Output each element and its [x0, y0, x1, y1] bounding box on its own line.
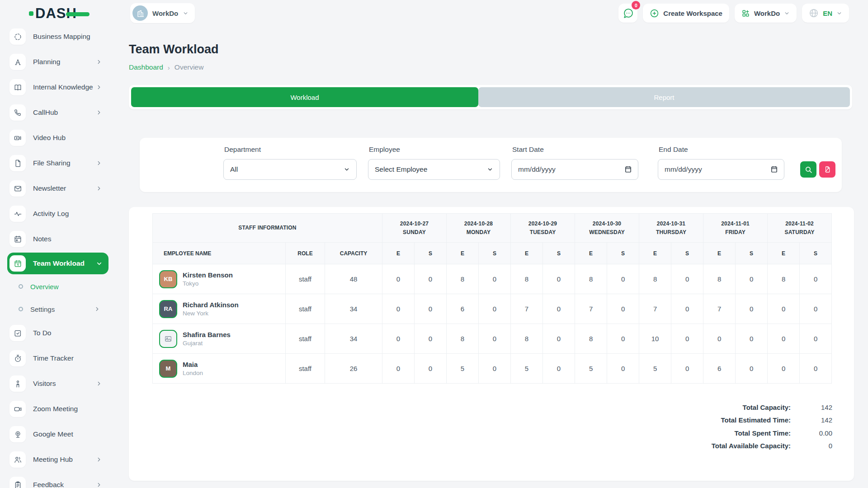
breadcrumb-dashboard-link[interactable]: Dashboard: [129, 63, 163, 71]
app-root: DASH WorkDo 0 Create Workspace WorkDo: [0, 0, 868, 488]
employee-cell: RARichard AtkinsonNew York: [153, 294, 286, 324]
department-select[interactable]: All: [223, 159, 357, 180]
search-button[interactable]: [800, 161, 816, 178]
hours-cell: 0: [479, 354, 511, 384]
sidebar-item-feedback[interactable]: Feedback: [0, 472, 128, 488]
start-date-field: [511, 138, 638, 192]
sidebar-item-label: File Sharing: [33, 159, 71, 167]
hours-cell: 0: [543, 354, 575, 384]
total-label: Total Estimated Time:: [707, 416, 791, 425]
messages-button[interactable]: 0: [618, 4, 637, 23]
sidebar-item-activity-log[interactable]: Activity Log: [0, 201, 128, 226]
sidebar-item-google-meet[interactable]: Google Meet: [0, 422, 128, 447]
tab-report[interactable]: Report: [478, 87, 850, 107]
employee-location: Gujarat: [183, 340, 231, 347]
employee-location: New York: [183, 310, 239, 317]
sidebar-subitem-settings[interactable]: Settings: [0, 298, 128, 320]
table-row: MMaiaLondonstaff2600505050506000: [153, 354, 832, 384]
employee-cell: MMaiaLondon: [153, 354, 286, 384]
hours-cell: 10: [639, 324, 671, 354]
sidebar-item-newsletter[interactable]: Newsletter: [0, 176, 128, 201]
messages-badge: 0: [632, 1, 640, 9]
column-header-employee-name: EMPLOYEE NAME: [153, 243, 286, 264]
plus-circle-icon: [650, 9, 659, 18]
calendar-check-icon: [9, 255, 26, 272]
employee-name: Shafira Barnes: [183, 331, 231, 338]
book-icon: [9, 79, 26, 95]
total-label: Total Available Capacity:: [707, 441, 791, 450]
hours-cell: 0: [543, 294, 575, 324]
end-date-input[interactable]: [658, 159, 784, 180]
sidebar-subitem-overview[interactable]: Overview: [0, 275, 128, 298]
video-plus-icon: [9, 130, 26, 146]
workload-table-card: STAFF INFORMATION 2024-10-27SUNDAY2024-1…: [129, 207, 854, 481]
header-actions: 0 Create Workspace WorkDo EN: [618, 4, 849, 23]
start-date-input[interactable]: [511, 159, 638, 180]
workdo-menu-button[interactable]: WorkDo: [735, 4, 797, 23]
sidebar-item-time-tracker[interactable]: Time Tracker: [0, 346, 128, 371]
chevron-down-icon: [784, 10, 790, 16]
sidebar-item-notes[interactable]: Notes: [0, 226, 128, 252]
hours-cell: 0: [479, 264, 511, 294]
column-header-s: S: [800, 243, 832, 264]
grid-plus-icon: [741, 9, 750, 18]
sidebar-item-zoom-meeting[interactable]: Zoom Meeting: [0, 396, 128, 422]
phone-icon: [9, 104, 26, 121]
sidebar-item-label: CallHub: [33, 108, 58, 117]
globe-icon: [809, 8, 819, 18]
employee-name: Kirsten Benson: [183, 271, 233, 279]
sidebar-item-planning[interactable]: Planning: [0, 49, 128, 75]
logo-dash-icon: [66, 12, 90, 16]
sidebar-item-to-do[interactable]: To Do: [0, 320, 128, 346]
sidebar-item-label: Zoom Meeting: [33, 405, 78, 413]
hours-cell: 0: [479, 294, 511, 324]
reset-filter-button[interactable]: [819, 161, 835, 178]
column-header-e: E: [382, 243, 415, 264]
table-row: Shafira BarnesGujaratstaff34008080801000…: [153, 324, 832, 354]
hours-cell: 0: [382, 294, 415, 324]
sidebar-item-internal-knowledge[interactable]: Internal Knowledge: [0, 75, 128, 100]
sidebar-item-callhub[interactable]: CallHub: [0, 100, 128, 125]
hours-cell: 0: [671, 354, 703, 384]
chevron-right-icon: [96, 59, 102, 65]
column-header-s: S: [543, 243, 575, 264]
total-value: 142: [802, 403, 832, 412]
employee-location: London: [183, 370, 203, 376]
hours-cell: 0: [736, 354, 768, 384]
hours-cell: 0: [671, 324, 703, 354]
sidebar-item-label: To Do: [33, 329, 52, 337]
hours-cell: 0: [768, 354, 800, 384]
hours-cell: 8: [575, 324, 607, 354]
sidebar-item-business-mapping[interactable]: Business Mapping: [0, 26, 128, 49]
sidebar-item-meeting-hub[interactable]: Meeting Hub: [0, 447, 128, 472]
employee-name: Maia: [183, 361, 203, 368]
bullet-circle-icon: [19, 284, 23, 289]
column-header-capacity: CAPACITY: [325, 243, 382, 264]
hours-cell: 0: [382, 264, 415, 294]
table-row: RARichard AtkinsonNew Yorkstaff340060707…: [153, 294, 832, 324]
sidebar-subitem-label: Settings: [30, 305, 55, 313]
clear-filter-icon: [824, 166, 831, 173]
sidebar-item-file-sharing[interactable]: File Sharing: [0, 150, 128, 176]
employee-select[interactable]: Select Employee: [368, 159, 500, 180]
sidebar-item-video-hub[interactable]: Video Hub: [0, 125, 128, 150]
hours-cell: 0: [671, 264, 703, 294]
language-selector[interactable]: EN: [802, 4, 849, 23]
chevron-right-icon: [96, 456, 102, 463]
tab-workload[interactable]: Workload: [131, 87, 478, 107]
avatar: KB: [159, 270, 177, 288]
sidebar-item-label: Business Mapping: [33, 33, 90, 41]
sidebar-item-visitors[interactable]: Visitors: [0, 371, 128, 396]
column-header-e: E: [639, 243, 671, 264]
sidebar-item-label: Google Meet: [33, 430, 73, 438]
employee-cell: Shafira BarnesGujarat: [153, 324, 286, 354]
breadcrumb-current: Overview: [175, 63, 204, 71]
total-value: 0.00: [802, 429, 832, 438]
capacity-cell: 26: [325, 354, 382, 384]
create-workspace-button[interactable]: Create Workspace: [643, 4, 729, 23]
workspace-switcher[interactable]: WorkDo: [130, 3, 195, 23]
sidebar-item-label: Internal Knowledge: [33, 83, 93, 91]
breadcrumb-separator-icon: ›: [168, 64, 170, 71]
column-header-s: S: [415, 243, 447, 264]
sidebar-item-team-workload[interactable]: Team Workload: [0, 252, 128, 275]
